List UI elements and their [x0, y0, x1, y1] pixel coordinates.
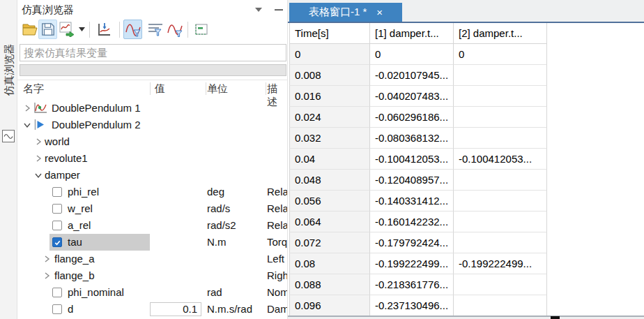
collapse-box-button[interactable]: [192, 20, 210, 39]
value-cell[interactable]: -0.100412053...: [454, 149, 547, 170]
value-cell[interactable]: -0.160142232...: [370, 212, 454, 232]
tree-row[interactable]: phi_reldegRela: [17, 184, 287, 200]
time-cell[interactable]: 0.032: [289, 128, 370, 149]
table-row[interactable]: 0.024-0.060296186...: [289, 107, 547, 128]
checkbox-unchecked[interactable]: [52, 187, 62, 197]
value-cell[interactable]: -0.020107945...: [370, 65, 454, 86]
column-header-unit[interactable]: 单位: [207, 82, 228, 96]
column-header[interactable]: Time[s]: [289, 23, 370, 44]
export-plot-button[interactable]: [57, 20, 76, 39]
value-cell[interactable]: [454, 128, 547, 149]
checkbox-unchecked[interactable]: [52, 304, 62, 314]
value-cell[interactable]: -0.140331412...: [370, 191, 454, 212]
column-header[interactable]: [1] damper.t...: [370, 23, 454, 44]
panel-dropdown-button[interactable]: [253, 5, 264, 15]
table-row[interactable]: 0.016-0.040207483...: [289, 86, 547, 107]
time-cell[interactable]: 0.096: [289, 295, 370, 316]
filter-curve-alt-button[interactable]: [165, 20, 184, 39]
value-cell[interactable]: -0.120408957...: [370, 170, 454, 191]
dock-tab-simulation-browser[interactable]: 仿真浏览器: [3, 44, 16, 96]
tree-row[interactable]: world: [17, 133, 287, 150]
table-row[interactable]: 000: [289, 44, 547, 65]
table-row[interactable]: 0.048-0.120408957...: [289, 170, 547, 191]
save-button[interactable]: [38, 20, 57, 39]
table-row[interactable]: 0.088-0.218361776...: [289, 274, 547, 295]
column-header-name[interactable]: 名字: [23, 82, 44, 96]
value-cell[interactable]: -0.100412053...: [370, 149, 454, 170]
value-cell[interactable]: -0.237130496...: [370, 295, 454, 316]
tree-row[interactable]: d0.1N.m.s/radDam: [17, 301, 287, 318]
close-icon[interactable]: ×: [376, 7, 383, 17]
checkbox-checked[interactable]: [52, 237, 62, 247]
chevron-right-icon[interactable]: [34, 138, 43, 146]
value-cell[interactable]: 0: [370, 44, 454, 65]
time-cell[interactable]: 0.024: [289, 107, 370, 128]
table-row[interactable]: 0.08-0.199222499...-0.199222499...: [289, 253, 547, 274]
scrollbar-thumb[interactable]: [551, 316, 560, 319]
tree-row[interactable]: DoublePendulum 1: [17, 100, 287, 117]
tree-row[interactable]: flange_aLeft: [17, 251, 287, 267]
value-cell[interactable]: [454, 170, 547, 191]
tree-row[interactable]: flange_bRigh: [17, 267, 287, 284]
table-row[interactable]: 0.056-0.140331412...: [289, 191, 547, 212]
table-row[interactable]: 0.096-0.237130496...: [289, 295, 547, 316]
time-cell[interactable]: 0.008: [289, 65, 370, 86]
tree-row[interactable]: a_relrad/s2Rela: [17, 217, 287, 234]
value-cell[interactable]: -0.040207483...: [370, 86, 454, 107]
time-cell[interactable]: 0.04: [289, 149, 370, 170]
table-row[interactable]: 0.032-0.080368132...: [289, 128, 547, 149]
value-cell[interactable]: -0.199222499...: [370, 253, 454, 274]
column-header[interactable]: [2] damper.t...: [454, 23, 547, 44]
chevron-right-icon[interactable]: [43, 255, 51, 263]
chevron-down-icon[interactable]: [34, 171, 43, 179]
open-folder-button[interactable]: [20, 20, 39, 39]
plot-probe-button[interactable]: [95, 20, 114, 39]
value-cell[interactable]: [454, 274, 547, 295]
time-cell[interactable]: 0: [289, 44, 370, 65]
value-cell[interactable]: 0: [454, 44, 547, 65]
value-cell[interactable]: [454, 295, 547, 316]
time-cell[interactable]: 0.064: [289, 212, 370, 232]
value-field[interactable]: 0.1: [150, 302, 201, 316]
value-cell[interactable]: [454, 65, 547, 86]
checkbox-unchecked[interactable]: [52, 288, 62, 297]
table-row[interactable]: 0.064-0.160142232...: [289, 212, 547, 232]
time-cell[interactable]: 0.016: [289, 86, 370, 107]
value-cell[interactable]: -0.199222499...: [454, 253, 547, 274]
tree-row[interactable]: revolute1: [17, 150, 287, 167]
checkbox-unchecked[interactable]: [52, 221, 62, 230]
table-row[interactable]: 0.072-0.179792424...: [289, 232, 547, 253]
value-cell[interactable]: [454, 107, 547, 128]
table-row[interactable]: 0.008-0.020107945...: [289, 65, 547, 86]
value-cell[interactable]: [454, 212, 547, 232]
filter-curve-button[interactable]: [123, 20, 142, 39]
sine-wave-icon[interactable]: [2, 130, 15, 142]
search-input[interactable]: [20, 44, 286, 61]
panel-minimize-button[interactable]: [273, 5, 284, 15]
tree-row[interactable]: damper: [17, 167, 287, 184]
value-cell[interactable]: [454, 86, 547, 107]
checkbox-unchecked[interactable]: [52, 204, 62, 214]
time-cell[interactable]: 0.088: [289, 274, 370, 295]
value-cell[interactable]: [454, 191, 547, 212]
tree-row[interactable]: w_relrad/sRela: [17, 200, 287, 217]
filter-lines-button[interactable]: [146, 20, 164, 39]
export-dropdown-button[interactable]: [79, 27, 85, 31]
chevron-right-icon[interactable]: [34, 154, 43, 163]
value-cell[interactable]: -0.218361776...: [370, 274, 454, 295]
tree-row[interactable]: DoublePendulum 2: [17, 117, 287, 133]
time-cell[interactable]: 0.08: [289, 253, 370, 274]
time-cell[interactable]: 0.056: [289, 191, 370, 212]
value-cell[interactable]: -0.060296186...: [370, 107, 454, 128]
time-cell[interactable]: 0.072: [289, 232, 370, 253]
table-row[interactable]: 0.04-0.100412053...-0.100412053...: [289, 149, 547, 170]
value-cell[interactable]: -0.179792424...: [370, 232, 454, 253]
horizontal-scrollbar[interactable]: [288, 316, 644, 319]
chevron-right-icon[interactable]: [43, 272, 51, 280]
tree-row[interactable]: tauN.mTorq: [17, 234, 287, 251]
chevron-down-icon[interactable]: [23, 121, 31, 129]
value-cell[interactable]: -0.080368132...: [370, 128, 454, 149]
chevron-right-icon[interactable]: [23, 104, 31, 112]
time-cell[interactable]: 0.048: [289, 170, 370, 191]
value-cell[interactable]: [454, 232, 547, 253]
